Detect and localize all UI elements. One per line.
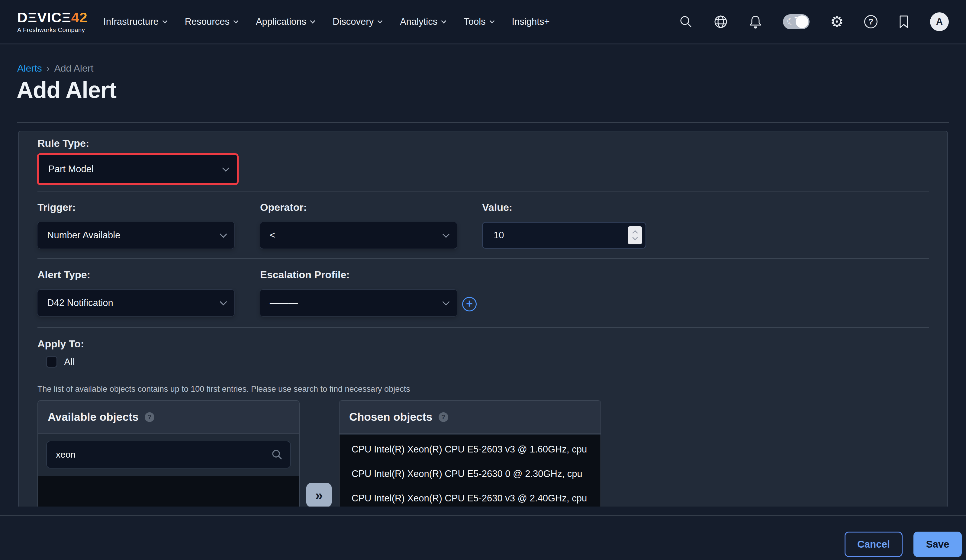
alert-type-select[interactable]: D42 Notification bbox=[38, 290, 234, 316]
escalation-profile-label: Escalation Profile: bbox=[260, 269, 350, 281]
menu-infrastructure[interactable]: Infrastructure bbox=[103, 16, 167, 27]
menu-tools[interactable]: Tools bbox=[464, 16, 494, 27]
footer-divider bbox=[0, 515, 966, 516]
operator-value: < bbox=[270, 230, 275, 241]
globe-icon[interactable] bbox=[713, 15, 728, 29]
main-menu: Infrastructure Resources Applications Di… bbox=[103, 16, 549, 27]
operator-select[interactable]: < bbox=[260, 222, 457, 249]
brand-42-text: 42 bbox=[71, 9, 88, 25]
chevron-down-icon bbox=[220, 298, 227, 305]
help-icon[interactable]: ? bbox=[145, 412, 154, 422]
alert-type-label: Alert Type: bbox=[38, 269, 90, 281]
rule-type-select[interactable]: Part Model bbox=[39, 155, 237, 183]
search-icon[interactable] bbox=[271, 448, 283, 461]
menu-discovery[interactable]: Discovery bbox=[333, 16, 382, 27]
apply-to-all-row: All bbox=[46, 356, 75, 368]
navbar-actions: ☾ ✦ ⚙ ? A bbox=[679, 12, 949, 31]
chevron-down-icon bbox=[490, 18, 495, 23]
device42-logo[interactable]: DΞVICΞ42 A Freshworks Company bbox=[17, 10, 88, 33]
brand-wordmark: DΞVICΞ42 bbox=[17, 10, 88, 25]
value-input[interactable] bbox=[483, 230, 603, 241]
settings-gear-icon[interactable]: ⚙ bbox=[830, 14, 844, 29]
bookmark-icon[interactable] bbox=[898, 15, 910, 29]
section-divider bbox=[38, 258, 929, 259]
cancel-button[interactable]: Cancel bbox=[844, 532, 903, 557]
operator-label: Operator: bbox=[260, 202, 307, 213]
menu-label: Analytics bbox=[400, 16, 437, 27]
all-checkbox[interactable] bbox=[46, 356, 58, 368]
menu-label: Infrastructure bbox=[103, 16, 159, 27]
available-objects-list[interactable] bbox=[38, 476, 299, 507]
user-avatar[interactable]: A bbox=[930, 12, 949, 31]
chosen-objects-list: CPU Intel(R) Xeon(R) CPU E5-2603 v3 @ 1.… bbox=[340, 435, 601, 507]
chosen-objects-title: Chosen objects bbox=[349, 411, 432, 424]
value-label: Value: bbox=[482, 202, 512, 213]
moon-icon: ☾ bbox=[787, 16, 795, 26]
available-search-input[interactable] bbox=[47, 450, 271, 460]
chosen-objects-panel: Chosen objects ? CPU Intel(R) Xeon(R) CP… bbox=[339, 400, 601, 507]
breadcrumb: Alerts › Add Alert bbox=[17, 63, 93, 74]
list-item[interactable]: CPU Intel(R) Xeon(R) CPU E5-2630 v3 @ 2.… bbox=[340, 486, 601, 507]
page-title: Add Alert bbox=[16, 77, 116, 103]
toggle-knob bbox=[796, 15, 808, 28]
value-input-box bbox=[482, 222, 646, 249]
menu-analytics[interactable]: Analytics bbox=[400, 16, 445, 27]
add-alert-form-card: Rule Type: Part Model Trigger: Operator:… bbox=[18, 131, 948, 507]
menu-applications[interactable]: Applications bbox=[256, 16, 314, 27]
dark-mode-toggle[interactable]: ☾ ✦ bbox=[783, 14, 810, 29]
help-icon[interactable]: ? bbox=[439, 412, 448, 422]
section-divider bbox=[38, 191, 929, 192]
breadcrumb-alerts-link[interactable]: Alerts bbox=[17, 63, 42, 74]
rule-type-highlight-box: Part Model bbox=[37, 153, 239, 185]
notifications-bell-icon[interactable] bbox=[749, 15, 762, 29]
plus-icon: + bbox=[466, 298, 473, 309]
trigger-label: Trigger: bbox=[38, 202, 76, 213]
chevron-down-icon bbox=[233, 18, 238, 23]
section-divider bbox=[38, 327, 929, 328]
available-search-box bbox=[46, 441, 291, 468]
menu-label: Tools bbox=[464, 16, 485, 27]
chevron-down-icon bbox=[378, 18, 383, 23]
chevron-down-icon bbox=[222, 164, 229, 172]
top-navbar: DΞVICΞ42 A Freshworks Company Infrastruc… bbox=[0, 0, 966, 44]
trigger-select[interactable]: Number Available bbox=[38, 222, 234, 249]
chosen-objects-header: Chosen objects ? bbox=[340, 401, 601, 434]
chevron-down-icon bbox=[441, 18, 447, 23]
move-to-chosen-button[interactable]: » bbox=[306, 483, 332, 507]
save-button[interactable]: Save bbox=[913, 532, 962, 557]
stepper-down-icon[interactable] bbox=[632, 235, 637, 240]
menu-resources[interactable]: Resources bbox=[185, 16, 238, 27]
chevron-down-icon bbox=[442, 298, 450, 305]
menu-insights-plus[interactable]: Insights+ bbox=[512, 16, 550, 27]
available-search-section bbox=[38, 434, 299, 476]
brand-tagline: A Freshworks Company bbox=[17, 26, 88, 33]
rule-type-label: Rule Type: bbox=[38, 138, 89, 149]
number-stepper[interactable] bbox=[628, 226, 642, 245]
available-objects-panel: Available objects ? bbox=[38, 400, 300, 507]
rule-type-value: Part Model bbox=[48, 164, 94, 174]
brand-device-text: DΞVICΞ bbox=[17, 9, 71, 25]
chevron-down-icon bbox=[442, 230, 450, 238]
chevron-down-icon bbox=[162, 18, 168, 23]
question-mark-glyph: ? bbox=[864, 15, 877, 28]
trigger-value: Number Available bbox=[47, 230, 120, 241]
add-escalation-profile-button[interactable]: + bbox=[462, 297, 476, 311]
chevron-down-icon bbox=[220, 230, 227, 238]
escalation-profile-value: ——— bbox=[270, 297, 298, 309]
breadcrumb-current: Add Alert bbox=[54, 63, 93, 74]
escalation-profile-select[interactable]: ——— bbox=[260, 290, 457, 316]
menu-label: Discovery bbox=[333, 16, 374, 27]
alert-type-value: D42 Notification bbox=[47, 297, 113, 309]
all-checkbox-label: All bbox=[64, 356, 75, 368]
menu-label: Resources bbox=[185, 16, 230, 27]
available-objects-title: Available objects bbox=[48, 411, 139, 424]
objects-note-text: The list of available objects contains u… bbox=[38, 384, 410, 394]
menu-label: Insights+ bbox=[512, 16, 550, 27]
search-icon[interactable] bbox=[679, 15, 693, 29]
list-item[interactable]: CPU Intel(R) Xeon(R) CPU E5-2630 0 @ 2.3… bbox=[340, 461, 601, 486]
chevron-down-icon bbox=[310, 18, 315, 23]
available-objects-header: Available objects ? bbox=[38, 401, 299, 434]
list-item[interactable]: CPU Intel(R) Xeon(R) CPU E5-2603 v3 @ 1.… bbox=[340, 437, 601, 461]
menu-label: Applications bbox=[256, 16, 306, 27]
help-icon[interactable]: ? bbox=[864, 15, 877, 28]
